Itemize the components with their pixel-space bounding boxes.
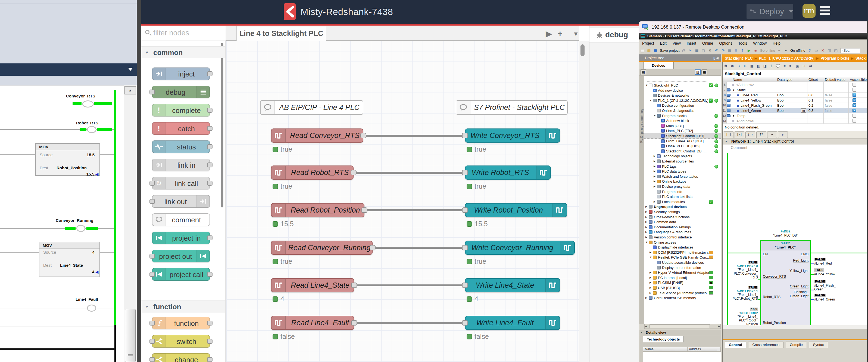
palette-node-project-in[interactable]: project in <box>152 232 210 244</box>
output-port[interactable] <box>207 272 213 277</box>
output-port[interactable] <box>350 170 356 175</box>
flow-node-write-robot-rts[interactable]: Write Robot_RTS <box>465 166 551 179</box>
var-row-line4-yellow[interactable]: 9Line4_YellowBool0.1false✓ <box>723 98 868 103</box>
var-row-line4-green[interactable]: 11Line4_GreenBool▤0.3false✓ <box>723 108 868 113</box>
ladder-insert-[interactable]: -( )- <box>745 132 755 138</box>
snapshot-icon[interactable]: ◧ <box>755 63 762 69</box>
save-project-label[interactable]: Save project <box>660 49 679 53</box>
paste-icon[interactable]: ▢ <box>700 48 706 53</box>
flow-node-read-robot-position[interactable]: Read Robot_Position <box>271 203 365 217</box>
palette-node-complete[interactable]: !complete <box>152 104 210 116</box>
flow-node-write-conveyor-running[interactable]: Write Conveyor_Running <box>465 241 575 255</box>
input-port[interactable] <box>150 321 155 326</box>
var-row-line4-flash-green[interactable]: 10Line4_Flash_GreenBool0.2false✓ <box>723 103 868 108</box>
breadcrumb-stacklight-co[interactable]: Stacklight_Co <box>856 56 868 60</box>
window-icon[interactable]: ▭ <box>813 48 819 53</box>
new-project-icon[interactable]: ▤ <box>640 48 645 53</box>
tree-item-online-diagnostics[interactable]: ?Online & diagnostics <box>644 108 721 113</box>
accessible-checkbox[interactable] <box>852 114 856 118</box>
tree-item-watch-and-force-tables[interactable]: ▶Watch and force tables <box>644 174 721 179</box>
close-icon[interactable]: ✕ <box>819 48 826 53</box>
tree-item-plc-alarm-text-lists[interactable]: PLC alarm text lists <box>644 194 721 199</box>
toolbar-search-input[interactable] <box>841 48 860 53</box>
canvas-scrollbar-thumb[interactable] <box>581 45 585 56</box>
output-port[interactable] <box>207 126 213 131</box>
var-row-add-new[interactable]: 13<Add new> <box>723 118 868 123</box>
palette-node-project-out[interactable]: project out <box>152 250 210 262</box>
copy-icon[interactable]: ▣ <box>694 48 700 53</box>
input-port[interactable] <box>150 199 155 204</box>
load-values-icon[interactable]: ⇓ <box>769 63 775 69</box>
tree-item-devices-networks[interactable]: Devices & networks <box>644 93 721 98</box>
upload-icon[interactable]: ⇑ <box>740 48 745 53</box>
insert-row-icon[interactable]: ⇥ <box>736 63 742 69</box>
copy-snapshot-icon[interactable]: ◨ <box>762 63 768 69</box>
flow-list-icon[interactable]: ▼ <box>573 30 579 37</box>
tree-item-display-hide-interfaces[interactable]: YDisplay/hide interfaces <box>644 245 721 250</box>
comment-node-ab-eip-cip-line-4-plc[interactable]: AB EIP/CIP - Line 4 PLC <box>260 100 363 115</box>
network-comment[interactable]: Comment <box>723 144 868 151</box>
save-icon[interactable]: ▦ <box>652 48 658 53</box>
tree-item-usb-s7usb[interactable]: ▶USB [S7USB] <box>644 285 721 290</box>
output-port[interactable] <box>207 357 213 362</box>
tree-item-device-configuration[interactable]: Device configuration <box>644 103 721 108</box>
tab-syntax[interactable]: Syntax <box>809 341 828 348</box>
palette-node-status[interactable]: status <box>152 140 210 153</box>
tab-cross-references[interactable]: Cross-references <box>748 341 783 348</box>
tree-item-stacklight-control-fb1[interactable]: Stacklight_Control [FB1] <box>644 133 721 139</box>
tree-item-program-info[interactable]: Program info <box>644 189 721 194</box>
split-v-icon[interactable]: ◰ <box>833 48 839 53</box>
redo-icon[interactable]: ↷ <box>720 48 726 53</box>
ladder-vertical-scrollbar[interactable]: ▲ <box>124 85 137 362</box>
tree-item-plcsim-pn-ie[interactable]: ▶PLCSIM [PN/IE]✕ <box>644 280 721 285</box>
tree-item-cross-device-functions[interactable]: ▶xCross-device functions <box>644 215 721 220</box>
tree-item-teleservice-automatic-protoco[interactable]: ▶TeleService [Automatic protoco... <box>644 290 721 296</box>
input-port[interactable] <box>150 272 155 277</box>
tree-item-add-new-block[interactable]: ✶Add new block <box>644 118 721 123</box>
tree-item-local-modules[interactable]: ▶Local modules✓ <box>644 199 721 204</box>
tree-filter-icon[interactable]: ▤ <box>640 69 646 75</box>
menu-insert[interactable]: Insert <box>684 41 699 46</box>
tree-item-update-accessible-devices[interactable]: ?Update accessible devices <box>644 260 721 265</box>
cut-icon[interactable]: ✂ <box>687 48 693 53</box>
input-port[interactable] <box>150 339 155 344</box>
tree-item-security-settings[interactable]: ▶Security settings <box>644 209 721 215</box>
var-row-static[interactable]: 7▼Static <box>723 87 868 92</box>
flow-node-read-robot-rts[interactable]: Read Robot_RTS <box>271 166 353 179</box>
breadcrumb-stacklight-plc[interactable]: Stacklight_PLC <box>725 56 753 60</box>
panel-collapse-icon[interactable]: ▯ ◀ <box>713 56 718 60</box>
output-port[interactable] <box>207 71 213 76</box>
project-tree-hscrollbar[interactable]: ◀ ▶ <box>644 324 721 329</box>
collapse-icon[interactable]: ≢ <box>788 63 794 69</box>
tab-line4-to-stacklight-plc[interactable]: Line 4 to Stacklight PLC <box>237 26 326 41</box>
scroll-up-icon[interactable]: ▲ <box>124 86 136 94</box>
palette-node-comment[interactable]: comment <box>152 214 210 226</box>
deploy-button[interactable]: Deploy <box>746 4 793 19</box>
tree-item-display-more-information[interactable]: Display more information <box>644 265 721 270</box>
go-online-label[interactable]: Go online <box>760 49 775 53</box>
output-port[interactable] <box>207 321 213 326</box>
go-to-icon[interactable]: ↦ <box>801 63 807 69</box>
output-port[interactable] <box>207 108 213 113</box>
network-header[interactable]: ▼ Network 1: Line 4 Stacklight Control <box>723 139 868 144</box>
add-var-icon[interactable]: ✱ <box>723 63 729 69</box>
tree-item-external-source-files[interactable]: ▶External source files <box>644 159 721 164</box>
input-port[interactable] <box>150 89 155 94</box>
datatype-dropdown-icon[interactable]: ▤ <box>801 108 806 113</box>
mov-instruction[interactable]: MOVSource4DestLine4_State4 ◀ <box>39 242 100 277</box>
diagnostics-icon[interactable]: ? <box>807 48 812 53</box>
tree-item-languages-resources[interactable]: ▶Languages & resources <box>644 229 721 234</box>
open-project-icon[interactable]: ▥ <box>646 48 652 53</box>
flow-node-read-conveyor-running[interactable]: Read Conveyor_Running <box>271 241 373 255</box>
output-port[interactable] <box>207 163 213 167</box>
palette-node-link-in[interactable]: link in <box>152 159 210 171</box>
output-port[interactable] <box>351 282 357 288</box>
output-port[interactable] <box>207 235 213 240</box>
output-port[interactable] <box>207 181 213 186</box>
print-icon[interactable]: ⎙ <box>681 48 687 53</box>
tree-item-program-blocks[interactable]: ▼Program blocks <box>644 113 721 118</box>
keep-values-icon[interactable]: ▦ <box>749 63 755 69</box>
palette-section-function[interactable]: ˅function <box>141 301 225 312</box>
accessible-checkbox[interactable]: ✓ <box>852 93 856 97</box>
tree-view-icon[interactable]: ▥ <box>695 69 701 75</box>
